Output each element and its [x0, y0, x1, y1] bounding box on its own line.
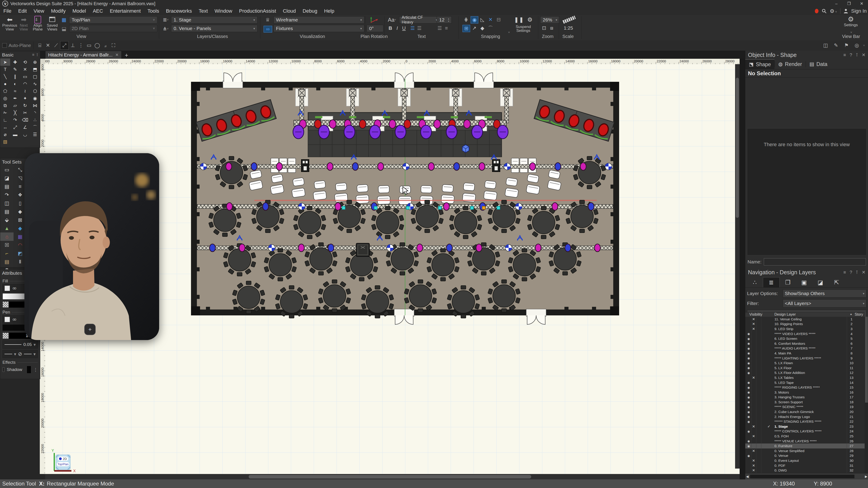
tab-data[interactable]: ▤Data	[806, 59, 831, 69]
spiral-tool[interactable]: ◎	[0, 95, 10, 102]
text-tool[interactable]: T	[0, 66, 10, 73]
trim-tool[interactable]: ╳	[10, 109, 20, 116]
font-size-input[interactable]: 12▴▾	[437, 16, 452, 24]
visibility-eye-icon[interactable]: ◉	[746, 371, 751, 375]
snap-angle-icon[interactable]: ◺	[479, 16, 486, 23]
shadow-checkbox[interactable]	[2, 367, 4, 372]
visibility-eye-icon[interactable]: ◉	[746, 386, 751, 389]
visibility-hidden-icon[interactable]: ✕	[751, 317, 756, 321]
line-style-row[interactable]: ▾ ⊘ ▾	[2, 350, 38, 358]
layer-row[interactable]: ✕ 11. Venue Ceiling 1	[745, 317, 865, 322]
snap-to-angle-icon[interactable]: ⊥	[69, 41, 77, 50]
visibility-eye-icon[interactable]: ◉	[746, 440, 751, 443]
door-tool-set[interactable]: ◪	[0, 174, 13, 182]
layer-row[interactable]: ✕ 10. Rigging Points 2	[745, 322, 865, 327]
tab-close-icon[interactable]: ✕	[115, 53, 119, 57]
menu-item-edit[interactable]: Edit	[15, 7, 30, 15]
snap-grid-icon[interactable]: ⋕	[463, 16, 470, 23]
constrained-dimension-tool[interactable]: ↔	[0, 124, 10, 131]
visibility-hidden-icon[interactable]: ✕	[751, 376, 756, 380]
polygon-tool[interactable]: ⬠	[0, 88, 10, 95]
plan-mode-dropdown[interactable]: 2D Plan˅	[69, 25, 157, 32]
layer-name[interactable]: 0. Furniture	[774, 444, 792, 448]
view-bar-settings-button[interactable]: ⚙ Settings	[842, 15, 860, 27]
snap-smart-point-icon[interactable]: ⊞	[463, 25, 470, 32]
align-plane-button[interactable]: ⇩ Align Plane	[31, 16, 44, 31]
callout-tool[interactable]: ✎	[10, 66, 20, 73]
zoom-tool[interactable]: ⊕	[30, 59, 40, 66]
layer-row[interactable]: ◉ 4. Main PA 8	[745, 351, 865, 356]
visibility-eye-icon[interactable]: ◉	[746, 454, 751, 457]
snap-object-icon[interactable]: ◉	[471, 16, 478, 24]
rotate-tool[interactable]: ↻	[20, 102, 30, 109]
saved-views-button[interactable]: 🗔Saved Views	[45, 16, 59, 31]
layer-name[interactable]: 5. LX Floor	[774, 366, 792, 370]
snap-distance-icon[interactable]: ⊟	[495, 16, 502, 23]
layer-name[interactable]: 0. Venue Simplified	[774, 449, 804, 453]
double-line-tool[interactable]: ∥	[10, 73, 20, 80]
font-dropdown[interactable]: Articulat CF Heavy▾	[399, 16, 440, 24]
tape-measure-tool[interactable]: ▬	[10, 131, 20, 138]
fit-page-icon[interactable]: ⧈	[548, 25, 555, 31]
visibility-eye-icon[interactable]: ◉	[746, 396, 751, 399]
layer-row[interactable]: ✕ 0.5. FOH 25	[745, 434, 865, 439]
lasso-mode-icon[interactable]: ◯	[93, 41, 101, 50]
auto-plane-toggle[interactable]: Auto-Plane	[2, 43, 31, 48]
attribute-mapping-tool[interactable]: ▧	[0, 138, 10, 145]
pen-class-style-icon[interactable]: oo	[13, 318, 16, 322]
polyline-tool[interactable]: ≈	[10, 88, 20, 95]
visibility-eye-icon[interactable]: ◉	[746, 405, 751, 409]
layer-name[interactable]: 3. Hanging Trusses	[774, 395, 805, 399]
sheet-layers-tab[interactable]: ❐	[780, 278, 796, 287]
fill-class-style-icon[interactable]: oo	[13, 286, 16, 290]
active-class-dropdown[interactable]: 0. Venue - Panels▾	[171, 25, 257, 32]
name-input[interactable]	[764, 258, 866, 265]
visibility-hidden-icon[interactable]: ✕	[751, 449, 756, 453]
layer-row[interactable]: ◉ 3. Screen Support 18	[745, 400, 865, 404]
close-button[interactable]: ✕	[855, 0, 868, 7]
menu-item-model[interactable]: Model	[69, 7, 89, 15]
document-tab[interactable]: Hitachi Energy - Armani Ballr... ✕	[45, 51, 122, 59]
interactive-scaling-icon[interactable]: ⌸	[36, 41, 44, 50]
snap-smart-edge-icon[interactable]: ↗	[471, 25, 478, 32]
layer-name[interactable]: 5. LED Tape	[774, 381, 794, 385]
scroll-left-icon[interactable]: ◀	[746, 475, 749, 478]
design-layer-icon[interactable]: ≣˅	[162, 17, 170, 23]
menu-item-tools[interactable]: Tools	[144, 7, 162, 15]
annotation-icon[interactable]: ✎	[832, 41, 840, 50]
align-left-icon[interactable]: ☰	[410, 25, 415, 31]
menu-item-help[interactable]: Help	[321, 7, 338, 15]
visibility-eye-icon[interactable]: ◉	[746, 400, 751, 404]
move-by-points-tool[interactable]: ⧉	[0, 102, 10, 109]
minimize-button[interactable]: –	[830, 0, 843, 7]
ramp-tool-set[interactable]: ↷	[0, 191, 13, 199]
line-tool[interactable]: ╲	[0, 73, 10, 80]
layer-name[interactable]: 6. LED Screen	[774, 337, 797, 341]
layer-name[interactable]: 5. LX Floor Addition	[774, 371, 805, 375]
layer-name[interactable]: ***** VENUE LAYERS *****	[774, 439, 817, 443]
layer-name[interactable]: 5. LX Flown	[774, 361, 793, 365]
layer-row[interactable]: ✕ 0. DWG 32	[745, 468, 865, 473]
angular-dimension-tool[interactable]: ∠	[20, 124, 30, 131]
classes-tab[interactable]: ∴	[747, 278, 763, 287]
visibility-eye-icon[interactable]: ◉	[746, 445, 751, 448]
clip-tool[interactable]: ✂	[20, 109, 30, 116]
pen-swatch[interactable]	[4, 317, 10, 322]
floor-tool-set[interactable]: ▤	[0, 182, 13, 191]
line-weight-row[interactable]: 0.05▾	[2, 340, 38, 349]
menu-item-entertainment[interactable]: Entertainment	[106, 7, 144, 15]
magic-wand-tool[interactable]: ✦	[20, 95, 30, 102]
layer-name[interactable]: 9. LED Strip	[774, 327, 794, 331]
render-mode-icon[interactable]: ♕	[264, 17, 272, 23]
layer-name[interactable]: 10. Rigging Points	[774, 322, 803, 326]
menu-item-view[interactable]: View	[30, 7, 48, 15]
marquee-mode-icon[interactable]: ▭	[85, 41, 93, 50]
canvas-horizontal-scrollbar[interactable]	[45, 474, 740, 480]
layer-name[interactable]: 11. Venue Ceiling	[774, 317, 802, 321]
panel-pin-icon[interactable]: ⊺	[856, 52, 858, 58]
layer-row[interactable]: ◉ ***** AUDIO LAYERS ***** 7	[745, 346, 865, 351]
references-tab[interactable]: ⇱	[829, 278, 845, 287]
bullet-list-icon[interactable]: ☰	[437, 25, 442, 31]
panel-help-icon[interactable]: ?	[850, 53, 852, 58]
palette-menu-icon[interactable]: ≡	[32, 53, 34, 57]
